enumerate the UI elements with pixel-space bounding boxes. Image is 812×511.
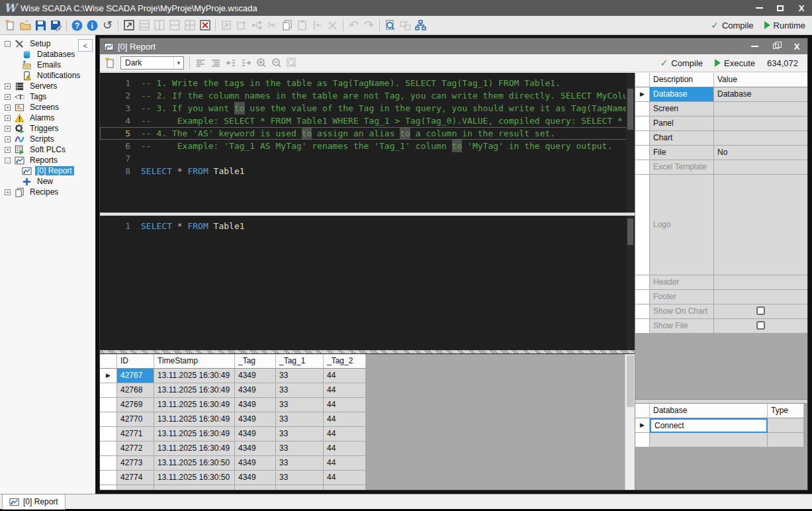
row-selector[interactable] (635, 275, 650, 290)
property-label[interactable]: Panel (650, 116, 714, 131)
cell-timestamp[interactable]: 13.11.2025 16:30:49 (154, 398, 235, 412)
expander-icon[interactable]: - (5, 158, 11, 163)
layout-split-button[interactable] (167, 18, 182, 33)
compile-button[interactable]: ✓ Compile (711, 20, 753, 30)
layout-grid-button[interactable] (182, 18, 197, 33)
property-label[interactable]: Logo (650, 175, 714, 275)
new-query-button[interactable] (103, 56, 118, 71)
sidebar-item-report-0[interactable]: [0] Report (0, 165, 95, 176)
column-header[interactable]: _Tag_1 (276, 354, 324, 369)
column-header[interactable]: _Tag_2 (324, 354, 366, 369)
table-row[interactable]: 42774 13.11.2025 16:30:50 4349 33 44 (100, 471, 635, 485)
reset-history-button[interactable]: ↺ (100, 18, 115, 33)
cell-tag1[interactable]: 33 (276, 412, 324, 427)
property-value[interactable] (714, 290, 807, 304)
row-selector[interactable] (100, 383, 117, 398)
row-selector[interactable] (100, 398, 117, 412)
property-row-excel-template[interactable]: Excel Template (635, 160, 807, 175)
sidebar-item-new-report[interactable]: New (0, 176, 95, 187)
row-selector[interactable] (635, 116, 650, 131)
cell-tag[interactable]: 4349 (235, 456, 276, 471)
table-row[interactable]: 42770 13.11.2025 16:30:49 4349 33 44 (100, 412, 635, 427)
cell-tag1[interactable]: 33 (276, 427, 324, 441)
expander-icon[interactable]: + (5, 147, 11, 153)
delete-button[interactable] (325, 18, 340, 33)
property-label[interactable]: Show On Chart (650, 304, 714, 319)
property-label[interactable]: Header (650, 275, 714, 290)
table-row[interactable]: 42771 13.11.2025 16:30:49 4349 33 44 (100, 427, 635, 441)
cell-timestamp[interactable]: 13.11.2025 16:30:49 (154, 441, 235, 456)
column-header[interactable]: TimeStamp (154, 354, 235, 369)
row-selector[interactable] (100, 441, 117, 456)
editor-scrollbar[interactable] (626, 216, 635, 349)
cell-tag[interactable]: 4349 (235, 383, 276, 398)
new-project-button[interactable] (3, 18, 18, 33)
report-compile-button[interactable]: ✓ Compile (660, 58, 703, 68)
zoom-reset-button[interactable] (284, 56, 299, 71)
expander-icon[interactable]: + (5, 94, 11, 100)
database-type-cell[interactable] (768, 418, 804, 433)
zoom-in-button[interactable] (253, 56, 269, 71)
table-splitter[interactable] (100, 349, 635, 354)
compiled-query-editor[interactable]: 1SELECT * FROM Table1 (100, 216, 635, 349)
runtime-button[interactable]: Runtime (764, 21, 805, 30)
cell-tag[interactable]: 4349 (235, 427, 276, 441)
property-value[interactable] (714, 102, 807, 116)
cell-tag[interactable]: 4349 (235, 412, 276, 427)
row-selector[interactable] (635, 433, 650, 447)
column-header[interactable]: Value (714, 73, 807, 87)
property-row-file[interactable]: File No (635, 146, 807, 160)
paste-button[interactable] (294, 18, 310, 33)
cell-timestamp[interactable]: 13.11.2025 16:30:49 (154, 369, 235, 383)
database-name-cell[interactable] (650, 433, 768, 447)
tab-report-0[interactable]: [0] Report (2, 494, 66, 510)
results-table[interactable]: ID TimeStamp _Tag _Tag_1 _Tag_2 ▶ 42767 … (100, 354, 635, 490)
next-window-button[interactable] (218, 18, 234, 33)
sidebar-item-screens[interactable]: + Screens (0, 102, 95, 113)
cell-tag1[interactable]: 33 (276, 398, 324, 412)
property-value[interactable] (714, 160, 807, 175)
sidebar-item-emails[interactable]: Emails (0, 60, 95, 70)
row-selector[interactable] (100, 471, 117, 485)
cell-timestamp[interactable]: 13.11.2025 16:30:49 (154, 427, 235, 441)
table-row[interactable]: 42768 13.11.2025 16:30:49 4349 33 44 (100, 383, 635, 398)
property-row-panel[interactable]: Panel (635, 116, 807, 131)
editor-scrollbar[interactable] (626, 73, 635, 212)
cell-tag2[interactable]: 44 (324, 383, 366, 398)
expander-icon[interactable]: + (5, 115, 11, 121)
sidebar-item-recipes[interactable]: + Recipes (0, 187, 95, 197)
row-selector[interactable] (635, 160, 650, 175)
table-row[interactable]: 42773 13.11.2025 16:30:50 4349 33 44 (100, 456, 635, 471)
rename-button[interactable] (398, 18, 413, 33)
sidebar-item-soft-plcs[interactable]: + Soft PLCs (0, 144, 95, 155)
cell-id[interactable]: 42773 (117, 456, 154, 471)
minimize-button[interactable] (748, 0, 770, 16)
cell-tag2[interactable]: 44 (324, 427, 366, 441)
cell-tag1[interactable]: 33 (276, 471, 324, 485)
table-scrollbar[interactable] (625, 354, 635, 490)
info-button[interactable]: i (85, 18, 100, 33)
sql-editor[interactable]: 1-- 1. Write the tags in the table as Ta… (100, 73, 635, 212)
cell-tag[interactable]: 4349 (235, 398, 276, 412)
property-value[interactable] (714, 175, 807, 275)
insert-before-button[interactable] (310, 18, 325, 33)
expander-icon[interactable]: + (5, 126, 11, 132)
report-titlebar[interactable]: [0] Report X (100, 38, 807, 54)
property-label[interactable]: Footer (650, 290, 714, 304)
cell-tag1[interactable]: 33 (276, 456, 324, 471)
property-row-screen[interactable]: Screen (635, 102, 807, 116)
redo-button[interactable]: ↷ (361, 18, 377, 33)
cell-id[interactable]: 42772 (117, 441, 154, 456)
sidebar-item-alarms[interactable]: + Alarms (0, 113, 95, 123)
expand-window-button[interactable] (121, 18, 136, 33)
close-button[interactable]: X (791, 0, 812, 16)
property-value[interactable] (714, 275, 807, 290)
close-all-windows-button[interactable] (197, 18, 212, 33)
property-row-show-file[interactable]: Show File (635, 319, 807, 334)
cell-timestamp[interactable]: 13.11.2025 16:30:49 (154, 383, 235, 398)
open-project-button[interactable] (18, 18, 33, 33)
format-document-button[interactable] (193, 56, 208, 71)
row-selector[interactable] (100, 427, 117, 441)
cell-id[interactable]: 42769 (117, 398, 154, 412)
row-selector[interactable] (635, 290, 650, 304)
